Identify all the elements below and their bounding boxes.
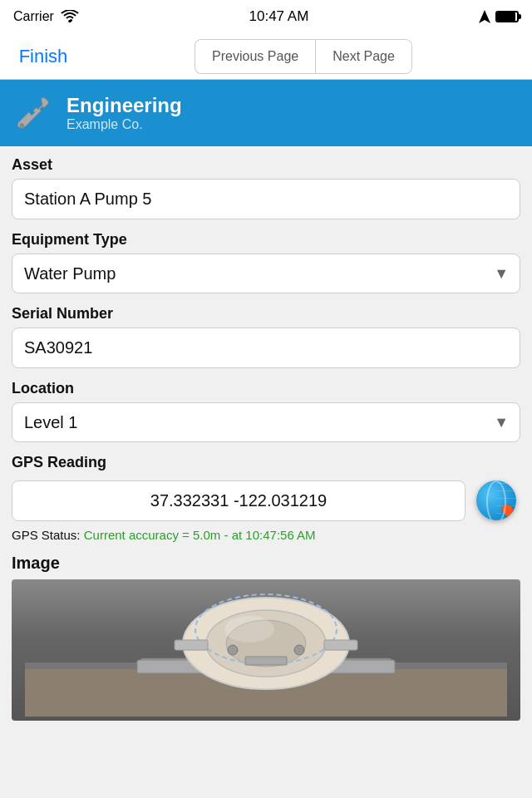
gps-status-label: GPS Status: [12,528,84,542]
svg-point-16 [224,616,274,643]
svg-rect-11 [175,640,208,650]
serial-number-field-group: Serial Number [12,305,520,368]
asset-label: Asset [12,156,520,174]
header-icon-wrapper [13,92,55,134]
status-right [479,10,519,23]
location-select-wrapper: Level 1 Level 2 Level 3 Basement ▼ [12,402,520,442]
header-text: Engineering Example Co. [66,94,182,132]
asset-field-group: Asset [12,156,520,219]
gps-status: GPS Status: Current accuracy = 5.0m - at… [12,528,520,542]
status-left: Carrier [13,9,79,24]
status-bar: Carrier 10:47 AM [0,0,532,33]
header-title: Engineering [66,94,182,117]
gps-label: GPS Reading [12,454,520,471]
image-field-group: Image [12,554,520,721]
wrench-icon [15,94,53,132]
nav-bar: Finish Previous Page Next Page [0,33,532,80]
gps-input[interactable] [12,480,466,521]
pump-image [25,584,507,717]
location-icon [479,10,490,23]
form-content: Asset Equipment Type Water Pump Air Pump… [0,146,532,742]
globe-icon [476,480,516,520]
serial-number-input[interactable] [12,328,520,368]
equipment-type-field-group: Equipment Type Water Pump Air Pump Gener… [12,231,520,293]
svg-rect-13 [245,657,287,665]
gps-field-group: GPS Reading GPS Status: Current accuracy… [12,454,520,542]
wifi-icon [61,10,79,23]
equipment-type-select-wrapper: Water Pump Air Pump Generator Motor ▼ [12,254,520,293]
next-page-button[interactable]: Next Page [315,39,412,74]
carrier-label: Carrier [13,9,54,24]
gps-row [12,476,520,525]
image-label: Image [12,554,520,573]
globe-pin [500,502,516,519]
location-field-group: Location Level 1 Level 2 Level 3 Basemen… [12,380,520,442]
nav-buttons: Previous Page Next Page [85,39,522,74]
status-time: 10:47 AM [249,8,309,25]
svg-point-15 [294,645,304,655]
header-banner: Engineering Example Co. [0,80,532,146]
svg-point-0 [68,20,71,23]
svg-point-2 [20,123,25,128]
asset-input[interactable] [12,179,520,219]
equipment-type-label: Equipment Type [12,231,520,249]
header-subtitle: Example Co. [66,117,182,132]
image-placeholder[interactable] [12,579,520,721]
previous-page-button[interactable]: Previous Page [195,39,315,74]
svg-point-14 [228,645,238,655]
svg-rect-12 [324,640,357,650]
gps-globe-button[interactable] [472,476,520,525]
equipment-type-select[interactable]: Water Pump Air Pump Generator Motor [12,254,520,293]
gps-status-value: Current accuracy = 5.0m - at 10:47:56 AM [84,528,316,542]
svg-marker-1 [479,10,490,23]
location-select[interactable]: Level 1 Level 2 Level 3 Basement [12,402,520,442]
finish-button[interactable]: Finish [10,42,76,71]
location-label: Location [12,380,520,397]
serial-number-label: Serial Number [12,305,520,323]
image-content [12,579,520,721]
battery-icon [495,11,519,22]
